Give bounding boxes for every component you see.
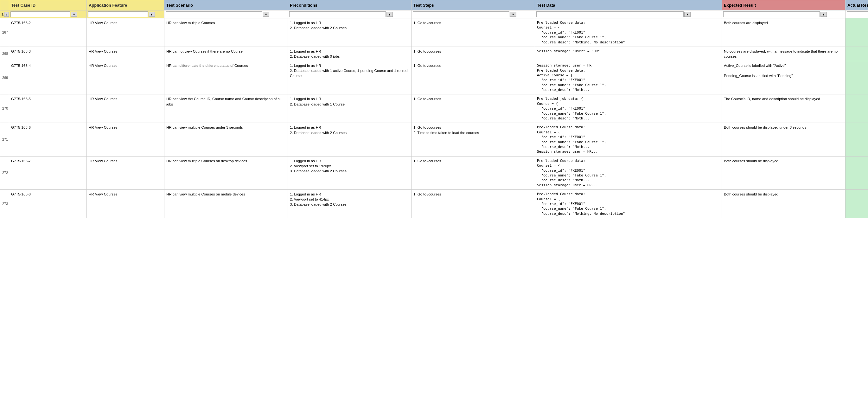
col-header-row-num	[0, 0, 9, 10]
cell-app-feature: HR View Courses	[87, 61, 164, 94]
cell-preconditions: 1. Logged in as HR 2. Database loaded wi…	[288, 123, 411, 156]
filter-input-actual[interactable]	[847, 11, 868, 17]
row-number: 271	[0, 123, 9, 156]
cell-actual-result: Successful!	[845, 19, 868, 47]
cell-steps: 1. Go to /courses	[411, 61, 535, 94]
cell-actual-result: Successful!	[845, 94, 868, 123]
cell-test-id: G7T5-168-6	[9, 123, 87, 156]
filter-cell-app-feature: ▼	[87, 10, 164, 19]
cell-scenario: HR can differentiate the different statu…	[164, 61, 288, 94]
filter-cell-test-id: ▼	[9, 10, 87, 19]
filter-input-steps[interactable]	[413, 11, 509, 17]
cell-steps: 1. Go to /courses	[411, 156, 535, 189]
cell-expected: Active_Course is labelled with "Active" …	[722, 61, 845, 94]
cell-test-data: Pre-loaded Course data: Course1 = { "cou…	[535, 190, 722, 218]
cell-preconditions: 1. Logged in as HR 2. Viewport set to 41…	[288, 190, 411, 218]
filter-dropdown-test-data[interactable]: ▼	[684, 12, 691, 17]
col-header-app-feature: Application Feature	[87, 0, 164, 10]
cell-app-feature: HR View Courses	[87, 19, 164, 47]
cell-test-id: G7T5-168-8	[9, 190, 87, 218]
cell-test-data: Pre-loaded Course data: Course1 = { "cou…	[535, 19, 722, 47]
filter-dropdown-expected[interactable]: ▼	[820, 12, 827, 17]
cell-app-feature: HR View Courses	[87, 156, 164, 189]
table-row: 271G7T5-168-6HR View CoursesHR can view …	[0, 123, 868, 156]
table-row: 270G7T5-168-5HR View CoursesHR can view …	[0, 94, 868, 123]
table-wrapper: Test Case ID Application Feature Test Sc…	[0, 0, 868, 396]
cell-actual-result: Successful!	[845, 61, 868, 94]
row-number: 270	[0, 94, 9, 123]
cell-test-id: G7T5-168-3	[9, 47, 87, 61]
cell-test-id: G7T5-168-7	[9, 156, 87, 189]
cell-expected: Both courses should be displayed under 3…	[722, 123, 845, 156]
filter-dropdown-scenario[interactable]: ▼	[263, 12, 269, 17]
cell-actual-result: Successful!	[845, 190, 868, 218]
cell-app-feature: HR View Courses	[87, 47, 164, 61]
cell-steps: 1. Go to /courses	[411, 19, 535, 47]
cell-steps: 1. Go to /courses	[411, 190, 535, 218]
table-row: 273G7T5-168-8HR View CoursesHR can view …	[0, 190, 868, 218]
cell-expected: Both courses are displayed	[722, 19, 845, 47]
table-row: 269G7T5-168-4HR View CoursesHR can diffe…	[0, 61, 868, 94]
col-header-test-id: Test Case ID	[9, 0, 87, 10]
cell-scenario: HR cannot view Courses if there are no C…	[164, 47, 288, 61]
col-header-steps: Test Steps	[411, 0, 535, 10]
cell-expected: No courses are displayed, with a message…	[722, 47, 845, 61]
header-row: Test Case ID Application Feature Test Sc…	[0, 0, 868, 10]
cell-scenario: HR can view multiple Courses under 3 sec…	[164, 123, 288, 156]
filter-cell-row-num: 1 ↑	[0, 10, 9, 19]
cell-actual-result: Successful!	[845, 156, 868, 189]
table-body: 267G7T5-168-2HR View CoursesHR can view …	[0, 19, 868, 218]
cell-scenario: HR can view multiple Courses	[164, 19, 288, 47]
cell-scenario: HR can view multiple Courses on mobile d…	[164, 190, 288, 218]
col-header-test-data: Test Data	[535, 0, 722, 10]
cell-actual-result: Successful!	[845, 47, 868, 61]
cell-test-data: Session storage: "user" = "HR"	[535, 47, 722, 61]
row-number: 273	[0, 190, 9, 218]
col-header-actual: Actual Result	[845, 0, 868, 10]
table-row: 272G7T5-168-7HR View CoursesHR can view …	[0, 156, 868, 189]
cell-expected: Both courses should be displayed	[722, 156, 845, 189]
filter-cell-expected: ▼	[722, 10, 845, 19]
row-number: 267	[0, 19, 9, 47]
row-number: 269	[0, 61, 9, 94]
filter-input-test-id[interactable]	[10, 11, 70, 17]
cell-expected: The Course's ID, name and description sh…	[722, 94, 845, 123]
filter-input-expected[interactable]	[723, 11, 820, 17]
filter-dropdown-test-id[interactable]: ▼	[71, 12, 77, 17]
filter-cell-actual: ▼	[845, 10, 868, 19]
cell-test-data: Pre-loaded Course data: Course1 = { "cou…	[535, 156, 722, 189]
cell-preconditions: 1. Logged in as HR 2. Database loaded wi…	[288, 94, 411, 123]
cell-expected: Both courses should be displayed	[722, 190, 845, 218]
filter-dropdown-preconditions[interactable]: ▼	[386, 12, 393, 17]
cell-scenario: HR can view multiple Courses on desktop …	[164, 156, 288, 189]
filter-input-app-feature[interactable]	[88, 11, 148, 17]
filter-dropdown-app-feature[interactable]: ▼	[149, 12, 155, 17]
row-number: 272	[0, 156, 9, 189]
filter-input-test-data[interactable]	[536, 11, 684, 17]
filter-dropdown-steps[interactable]: ▼	[510, 12, 516, 17]
filter-cell-preconditions: ▼	[288, 10, 411, 19]
filter-input-scenario[interactable]	[166, 11, 262, 17]
cell-preconditions: 1. Logged in as HR 2. Viewport set to 19…	[288, 156, 411, 189]
cell-test-id: G7T5-168-2	[9, 19, 87, 47]
row-number: 268	[0, 47, 9, 61]
sort-button-row-num[interactable]: ↑	[4, 12, 9, 17]
cell-steps: 1. Go to /courses 2. Time to time taken …	[411, 123, 535, 156]
cell-scenario: HR can view the Course ID, Course name a…	[164, 94, 288, 123]
cell-test-id: G7T5-168-4	[9, 61, 87, 94]
cell-steps: 1. Go to /courses	[411, 94, 535, 123]
cell-test-data: Session storage: user = HR Pre-loaded Co…	[535, 61, 722, 94]
cell-preconditions: 1. Logged in as HR 2. Database loaded wi…	[288, 61, 411, 94]
row-num-label: 1	[2, 12, 3, 16]
filter-input-preconditions[interactable]	[289, 11, 386, 17]
col-header-scenario: Test Scenario	[164, 0, 288, 10]
cell-actual-result: Successful!	[845, 123, 868, 156]
col-header-preconditions: Preconditions	[288, 0, 411, 10]
col-header-expected: Expected Result	[722, 0, 845, 10]
cell-app-feature: HR View Courses	[87, 190, 164, 218]
cell-test-id: G7T5-168-5	[9, 94, 87, 123]
cell-test-data: Pre-loaded Course data: Course1 = { "cou…	[535, 123, 722, 156]
table-row: 268G7T5-168-3HR View CoursesHR cannot vi…	[0, 47, 868, 61]
cell-steps: 1. Go to /courses	[411, 47, 535, 61]
cell-app-feature: HR View Courses	[87, 123, 164, 156]
